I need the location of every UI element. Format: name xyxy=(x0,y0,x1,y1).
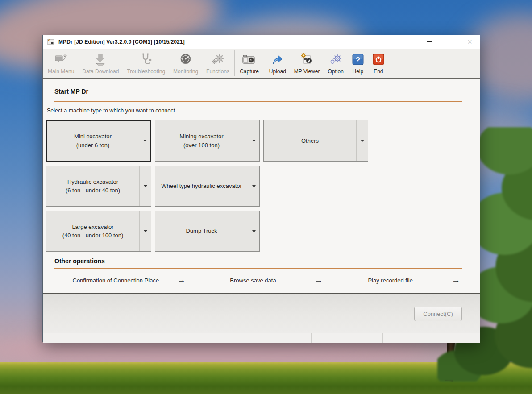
bottom-panel: Connect(C) xyxy=(43,293,480,333)
accent-rule xyxy=(54,101,462,102)
operation-label: Confirmation of Connection Place xyxy=(54,277,177,284)
machine-button-label: Hydraulic excavator (6 ton - under 40 to… xyxy=(46,166,139,206)
capture-icon xyxy=(242,52,256,67)
arrow-right-icon: → xyxy=(452,275,466,285)
status-bar xyxy=(43,333,480,343)
maximize-icon xyxy=(448,40,452,44)
close-button[interactable]: ✕ xyxy=(460,35,480,49)
toolbar-monitoring[interactable]: Monitoring xyxy=(169,49,202,78)
dropdown-arrow[interactable] xyxy=(356,120,368,161)
troubleshooting-icon xyxy=(139,52,153,67)
machine-button-label: Wheel type hydraulic excavator xyxy=(155,166,248,206)
toolbar: Main Menu Data Download T xyxy=(43,49,480,78)
minimize-button[interactable] xyxy=(420,35,440,49)
toolbar-label: Troubleshooting xyxy=(127,68,165,75)
dropdown-arrow[interactable] xyxy=(248,166,259,206)
toolbar-end[interactable]: End xyxy=(368,49,389,78)
label-line: Large excavator xyxy=(72,223,113,232)
machine-button-hydraulic-excavator[interactable]: Hydraulic excavator (6 ton - under 40 to… xyxy=(46,166,151,207)
toolbar-separator xyxy=(264,50,264,76)
instruction-text: Select a machine type to which you want … xyxy=(47,108,176,114)
toolbar-label: Upload xyxy=(269,68,286,75)
functions-icon xyxy=(211,52,224,67)
caret-down-icon xyxy=(144,185,147,187)
arrow-right-icon: → xyxy=(314,275,329,285)
label-line: Mining excavator xyxy=(179,132,223,141)
operation-browse-save-data[interactable]: Browse save data → xyxy=(192,271,329,290)
toolbar-label: MP Viewer xyxy=(294,68,320,75)
maximize-button[interactable] xyxy=(440,35,460,49)
label-line: (40 ton - under 100 ton) xyxy=(62,231,124,240)
toolbar-label: Data Download xyxy=(82,68,119,75)
dropdown-arrow[interactable] xyxy=(139,166,151,206)
dropdown-arrow[interactable] xyxy=(248,120,259,161)
label-line: (under 6 ton) xyxy=(76,141,109,150)
machine-button-dump-truck[interactable]: Dump Truck xyxy=(155,211,260,252)
app-icon xyxy=(47,38,54,46)
option-icon xyxy=(329,52,342,67)
toolbar-separator xyxy=(234,50,235,76)
window-title: MPDr [JD Edition] Ver3.2.0.0 [COM1] [10/… xyxy=(58,39,185,45)
main-menu-icon xyxy=(54,52,68,67)
toolbar-label: Functions xyxy=(206,68,229,75)
toolbar-label: Main Menu xyxy=(48,68,74,75)
toolbar-label: Capture xyxy=(240,68,259,75)
machine-button-mini-excavator[interactable]: Mini excavator (under 6 ton) xyxy=(46,120,151,162)
main-content: Start MP Dr Select a machine type to whi… xyxy=(43,79,480,293)
machine-button-others[interactable]: Others xyxy=(263,120,368,162)
status-panel-middle xyxy=(312,333,383,343)
arrow-right-icon: → xyxy=(177,275,192,285)
dropdown-arrow[interactable] xyxy=(248,211,259,251)
monitoring-icon xyxy=(179,52,192,67)
accent-rule xyxy=(54,268,462,269)
toolbar-functions[interactable]: Functions xyxy=(202,49,233,78)
machine-button-label: Others xyxy=(264,120,356,161)
mp-viewer-icon xyxy=(300,52,314,67)
page-title: Start MP Dr xyxy=(54,88,88,95)
caret-down-icon xyxy=(252,140,256,142)
title-bar: MPDr [JD Edition] Ver3.2.0.0 [COM1] [10/… xyxy=(43,35,480,49)
close-icon: ✕ xyxy=(467,39,473,45)
app-window: MPDr [JD Edition] Ver3.2.0.0 [COM1] [10/… xyxy=(42,35,480,342)
machine-button-label: Mining excavator (over 100 ton) xyxy=(155,120,248,161)
caret-down-icon xyxy=(143,140,147,142)
toolbar-help[interactable]: ? Help xyxy=(348,49,368,78)
machine-button-wheel-type-hydraulic-excavator[interactable]: Wheel type hydraulic excavator xyxy=(155,166,260,207)
toolbar-upload[interactable]: Upload xyxy=(265,49,290,78)
toolbar-troubleshooting[interactable]: Troubleshooting xyxy=(123,49,169,78)
label-line: (6 ton - under 40 ton) xyxy=(66,186,120,195)
toolbar-data-download[interactable]: Data Download xyxy=(78,49,123,78)
toolbar-main-menu[interactable]: Main Menu xyxy=(44,49,78,78)
label-line: Wheel type hydraulic excavator xyxy=(161,182,242,191)
minimize-icon xyxy=(427,41,432,42)
connect-button[interactable]: Connect(C) xyxy=(414,307,462,321)
toolbar-label: End xyxy=(374,68,383,75)
toolbar-label: Help xyxy=(352,68,363,75)
operation-label: Browse save data xyxy=(192,277,315,284)
toolbar-mp-viewer[interactable]: MP Viewer xyxy=(290,49,324,78)
caret-down-icon xyxy=(144,230,147,232)
svg-text:?: ? xyxy=(356,56,360,64)
operation-play-recorded-file[interactable]: Play recorded file → xyxy=(329,271,466,290)
machine-button-label: Large excavator (40 ton - under 100 ton) xyxy=(46,211,139,251)
machine-button-large-excavator[interactable]: Large excavator (40 ton - under 100 ton) xyxy=(46,211,151,252)
upload-icon xyxy=(271,52,284,67)
machine-button-mining-excavator[interactable]: Mining excavator (over 100 ton) xyxy=(155,120,260,162)
other-operations-title: Other operations xyxy=(54,257,105,265)
operation-confirmation-of-connection-place[interactable]: Confirmation of Connection Place → xyxy=(54,271,192,290)
toolbar-option[interactable]: Option xyxy=(324,49,347,78)
label-line: Mini excavator xyxy=(74,132,112,141)
label-line: (over 100 ton) xyxy=(183,141,220,150)
toolbar-label: Monitoring xyxy=(173,68,198,75)
dropdown-arrow[interactable] xyxy=(139,211,151,251)
other-operations-row: Confirmation of Connection Place → Brows… xyxy=(43,271,480,290)
label-line: Others xyxy=(301,137,319,145)
toolbar-capture[interactable]: Capture xyxy=(236,49,263,78)
machine-button-label: Dump Truck xyxy=(155,211,248,251)
label-line: Hydraulic excavator xyxy=(67,178,118,187)
window-controls: ✕ xyxy=(420,35,480,49)
dropdown-arrow[interactable] xyxy=(139,121,150,161)
caret-down-icon xyxy=(252,230,256,232)
status-panel-right xyxy=(383,333,480,343)
machine-button-label: Mini excavator (under 6 ton) xyxy=(47,121,139,161)
